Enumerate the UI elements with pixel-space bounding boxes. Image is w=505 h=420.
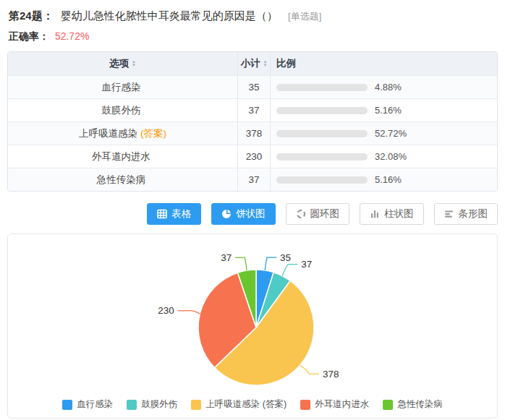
option-label: 鼓膜外伤	[102, 104, 141, 117]
option-count: 35	[238, 76, 271, 98]
button-label: 圆环图	[310, 207, 340, 220]
chart-type-toolbar: 表格 饼状图 圆环图 柱状图 条形图	[7, 203, 498, 225]
legend-label: 血行感染	[77, 398, 113, 411]
question-text: 婴幼儿急性化脓性中耳炎最常见的原因是（）	[61, 9, 278, 22]
sort-icon[interactable]: ▲▼	[132, 60, 136, 67]
accuracy-label: 正确率：	[9, 30, 49, 42]
pie-label-line	[265, 257, 276, 270]
header-option-label: 选项	[109, 57, 129, 70]
table-row: 上呼吸道感染(答案) 378 52.72%	[8, 121, 497, 145]
header-count-label: 小计	[241, 57, 260, 70]
accuracy-value: 52.72%	[55, 30, 89, 42]
option-label: 外耳道内进水	[92, 150, 150, 163]
option-label: 上呼吸道感染	[79, 127, 137, 140]
answer-tag: (答案)	[140, 127, 166, 140]
column-chart-button[interactable]: 柱状图	[360, 203, 424, 225]
button-label: 柱状图	[384, 207, 414, 220]
legend-label: 外耳道内进水	[315, 398, 369, 411]
header-option[interactable]: 选项 ▲▼	[8, 52, 238, 75]
table-icon	[157, 209, 167, 219]
hbar-chart-button[interactable]: 条形图	[434, 203, 498, 225]
question-number: 第24题：	[9, 9, 54, 22]
table-header-row: 选项 ▲▼ 小计 ▲▼ 比例	[8, 52, 497, 75]
legend-swatch	[300, 400, 310, 410]
option-count: 37	[238, 99, 271, 121]
legend-item[interactable]: 外耳道内进水	[300, 398, 369, 411]
ratio-bar-track	[276, 84, 368, 91]
question-header: 第24题： 婴幼儿急性化脓性中耳炎最常见的原因是（） [单选题]	[7, 9, 498, 23]
chart-legend: 血行感染鼓膜外伤上呼吸道感染 (答案)外耳道内进水急性传染病	[8, 398, 497, 411]
ratio-percent: 32.08%	[375, 151, 407, 162]
pie-label: 230	[158, 305, 174, 316]
option-count: 37	[238, 168, 271, 191]
legend-label: 鼓膜外伤	[141, 398, 177, 411]
donut-icon	[296, 209, 306, 219]
pie-label-line	[282, 265, 297, 276]
ratio-bar-track	[276, 130, 368, 137]
header-ratio: 比例	[271, 52, 497, 75]
donut-chart-button[interactable]: 圆环图	[286, 203, 350, 225]
table-row: 外耳道内进水 230 32.08%	[8, 145, 497, 168]
question-type-tag: [单选题]	[288, 11, 321, 22]
option-count: 378	[238, 122, 271, 145]
table-row: 鼓膜外伤 37 5.16%	[8, 98, 497, 121]
button-label: 饼状图	[236, 207, 266, 220]
pie-chart-button[interactable]: 饼状图	[211, 203, 276, 225]
legend-label: 上呼吸道感染 (答案)	[205, 398, 287, 411]
accuracy-row: 正确率： 52.72%	[7, 30, 498, 43]
button-label: 表格	[171, 207, 191, 220]
header-ratio-label: 比例	[276, 57, 296, 70]
table-row: 血行感染 35 4.88%	[8, 75, 497, 98]
option-label: 血行感染	[102, 81, 141, 94]
option-label: 急性传染病	[97, 173, 146, 187]
options-table: 选项 ▲▼ 小计 ▲▼ 比例 血行感染 35 4.88% 鼓膜外伤 37 5.1…	[7, 51, 498, 192]
legend-item[interactable]: 急性传染病	[383, 398, 443, 411]
header-count[interactable]: 小计 ▲▼	[238, 52, 271, 75]
chart-panel: 353737823037 血行感染鼓膜外伤上呼吸道感染 (答案)外耳道内进水急性…	[7, 233, 498, 419]
legend-item[interactable]: 鼓膜外伤	[127, 398, 177, 411]
ratio-percent: 4.88%	[375, 82, 402, 93]
pie-chart-svg: 353737823037	[8, 234, 497, 392]
ratio-bar-track	[276, 107, 368, 114]
table-row: 急性传染病 37 5.16%	[8, 168, 497, 191]
table-view-button[interactable]: 表格	[147, 203, 201, 225]
pie-label-line	[300, 366, 319, 374]
ratio-percent: 5.16%	[375, 174, 402, 185]
pie-label: 35	[280, 252, 291, 263]
pie-label-line	[235, 257, 247, 270]
legend-swatch	[62, 400, 72, 410]
pie-icon	[221, 209, 232, 219]
legend-swatch	[383, 400, 393, 410]
ratio-bar-track	[276, 176, 368, 184]
ratio-bar-track	[276, 153, 368, 160]
pie-label: 37	[301, 259, 312, 270]
button-label: 条形图	[459, 207, 488, 220]
survey-result-page: 第24题： 婴幼儿急性化脓性中耳炎最常见的原因是（） [单选题] 正确率： 52…	[0, 0, 505, 419]
pie-label: 37	[221, 252, 232, 263]
hbar-icon	[444, 209, 454, 219]
sort-icon[interactable]: ▲▼	[263, 60, 268, 67]
ratio-percent: 5.16%	[375, 105, 402, 116]
legend-swatch	[191, 400, 201, 410]
column-icon	[370, 209, 380, 219]
legend-label: 急性传染病	[397, 398, 443, 411]
pie-label-line	[178, 311, 200, 314]
pie-label: 378	[323, 369, 339, 380]
legend-swatch	[127, 400, 137, 410]
ratio-percent: 52.72%	[375, 128, 407, 139]
legend-item[interactable]: 血行感染	[62, 398, 113, 411]
option-count: 230	[238, 145, 271, 168]
legend-item[interactable]: 上呼吸道感染 (答案)	[191, 398, 287, 411]
